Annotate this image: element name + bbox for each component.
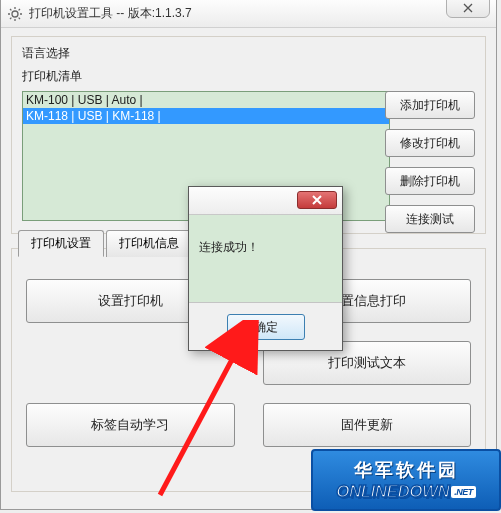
ok-button[interactable]: 确定 <box>227 314 305 340</box>
window-title: 打印机设置工具 -- 版本:1.1.3.7 <box>29 5 192 22</box>
watermark-cn: 华军软件园 <box>354 458 459 482</box>
list-item[interactable]: KM-100 | USB | Auto | <box>23 92 389 108</box>
delete-printer-button[interactable]: 删除打印机 <box>385 167 475 195</box>
dialog-button-row: 确定 <box>189 303 342 351</box>
watermark-logo: 华军软件园 ONLINEDOWN.NET <box>311 449 501 511</box>
dialog-message: 连接成功！ <box>189 215 342 303</box>
titlebar: 打印机设置工具 -- 版本:1.1.3.7 <box>1 0 496 28</box>
tab-printer-info[interactable]: 打印机信息 <box>106 230 192 257</box>
edit-printer-button[interactable]: 修改打印机 <box>385 129 475 157</box>
tabs: 打印机设置 打印机信息 <box>18 248 194 275</box>
dialog-close-button[interactable] <box>297 191 337 209</box>
side-buttons: 添加打印机 修改打印机 删除打印机 连接测试 <box>385 91 475 233</box>
list-item[interactable]: KM-118 | USB | KM-118 | <box>23 108 389 124</box>
close-icon <box>312 195 322 205</box>
printer-list-label: 打印机清单 <box>22 68 475 85</box>
firmware-update-button[interactable]: 固件更新 <box>263 403 472 447</box>
dialog-titlebar <box>189 187 342 215</box>
test-connection-button[interactable]: 连接测试 <box>385 205 475 233</box>
tab-printer-settings[interactable]: 打印机设置 <box>18 230 104 257</box>
window-close-button[interactable] <box>446 0 490 18</box>
gear-icon <box>7 6 23 22</box>
svg-point-0 <box>12 11 18 17</box>
label-auto-learn-button[interactable]: 标签自动学习 <box>26 403 235 447</box>
watermark-en: ONLINEDOWN.NET <box>336 482 476 502</box>
message-dialog: 连接成功！ 确定 <box>188 186 343 351</box>
close-icon <box>462 3 474 13</box>
add-printer-button[interactable]: 添加打印机 <box>385 91 475 119</box>
language-label: 语言选择 <box>22 45 475 62</box>
